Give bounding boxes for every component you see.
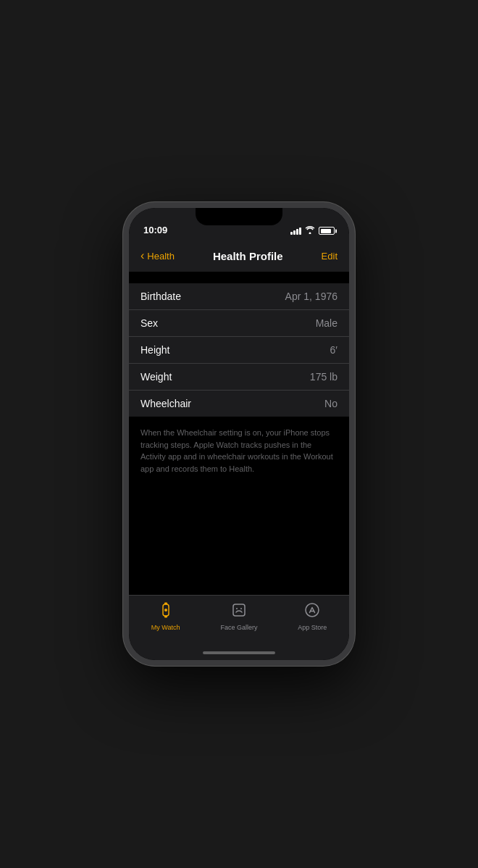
tab-bar: My Watch Face Gallery xyxy=(129,595,349,646)
page-title: Health Profile xyxy=(213,250,283,262)
tab-my-watch[interactable]: My Watch xyxy=(129,601,202,631)
app-store-icon xyxy=(303,601,321,622)
sex-value: Male xyxy=(316,317,337,329)
back-button[interactable]: ‹ Health xyxy=(141,249,175,262)
battery-icon xyxy=(319,227,335,235)
profile-table: Birthdate Apr 1, 1976 Sex Male Height 6′… xyxy=(129,283,349,417)
svg-rect-2 xyxy=(164,616,167,618)
wheelchair-description: When the Wheelchair setting is on, your … xyxy=(129,417,349,485)
profile-row-birthdate: Birthdate Apr 1, 1976 xyxy=(129,283,349,310)
my-watch-label: My Watch xyxy=(151,624,180,631)
chevron-left-icon: ‹ xyxy=(141,249,144,262)
status-bar: 10:09 xyxy=(129,208,349,240)
height-value: 6′ xyxy=(330,344,337,356)
svg-point-6 xyxy=(240,608,242,609)
status-time: 10:09 xyxy=(143,225,167,235)
signal-bars-icon xyxy=(290,228,301,235)
svg-point-7 xyxy=(306,604,319,617)
nav-bar: ‹ Health Health Profile Edit xyxy=(129,240,349,272)
face-gallery-icon xyxy=(230,601,248,622)
app-store-label: App Store xyxy=(298,624,327,631)
back-label: Health xyxy=(147,251,175,262)
profile-row-sex: Sex Male xyxy=(129,310,349,337)
wifi-icon xyxy=(305,226,315,235)
wheelchair-label: Wheelchair xyxy=(141,398,191,409)
phone-frame: 10:09 ‹ Health Health P xyxy=(123,202,355,666)
sex-label: Sex xyxy=(141,317,158,329)
birthdate-label: Birthdate xyxy=(141,291,181,302)
status-icons xyxy=(290,226,335,235)
tab-face-gallery[interactable]: Face Gallery xyxy=(202,601,275,631)
my-watch-icon xyxy=(157,601,175,622)
birthdate-value: Apr 1, 1976 xyxy=(285,291,337,302)
profile-row-weight: Weight 175 lb xyxy=(129,364,349,391)
edit-button[interactable]: Edit xyxy=(322,251,337,262)
svg-point-5 xyxy=(236,608,238,609)
weight-value: 175 lb xyxy=(310,371,337,383)
screen: 10:09 ‹ Health Health P xyxy=(129,208,349,660)
svg-point-3 xyxy=(164,609,167,612)
home-indicator xyxy=(129,646,349,660)
profile-row-height: Height 6′ xyxy=(129,337,349,364)
height-label: Height xyxy=(141,344,169,356)
wheelchair-value: No xyxy=(324,398,337,409)
profile-row-wheelchair: Wheelchair No xyxy=(129,391,349,417)
tab-app-store[interactable]: App Store xyxy=(276,601,349,631)
notch xyxy=(196,208,282,225)
face-gallery-label: Face Gallery xyxy=(220,624,257,631)
weight-label: Weight xyxy=(141,371,172,383)
svg-rect-1 xyxy=(164,603,167,605)
home-bar xyxy=(203,651,275,654)
content-area: Birthdate Apr 1, 1976 Sex Male Height 6′… xyxy=(129,272,349,595)
svg-rect-4 xyxy=(233,604,245,616)
